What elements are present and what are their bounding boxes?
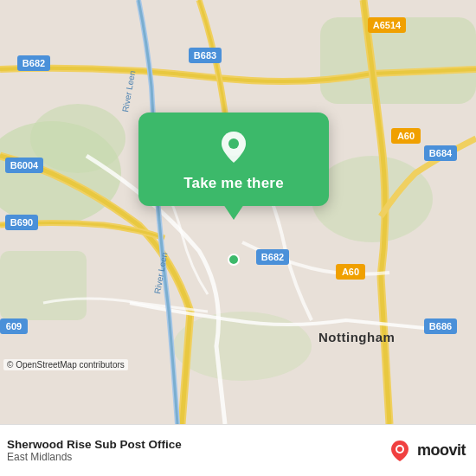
take-me-there-button[interactable]: Take me there — [183, 175, 284, 192]
svg-text:A6514: A6514 — [373, 20, 402, 30]
svg-point-36 — [397, 447, 402, 452]
osm-credit: © OpenStreetMap contributors — [3, 359, 128, 370]
svg-text:A60: A60 — [397, 131, 415, 141]
svg-text:B686: B686 — [429, 321, 452, 331]
svg-text:B682: B682 — [23, 58, 45, 68]
svg-point-4 — [312, 156, 433, 242]
moovit-pin-icon — [388, 439, 412, 463]
svg-text:Nottingham: Nottingham — [318, 330, 395, 344]
moovit-logo: moovit — [388, 439, 466, 463]
svg-point-2 — [30, 104, 125, 173]
svg-text:B690: B690 — [10, 217, 33, 228]
map-container: B682 B683 A6514 A60 A60 B684 B6004 B690 … — [0, 0, 476, 424]
svg-text:B6004: B6004 — [10, 160, 39, 170]
svg-text:B684: B684 — [429, 148, 453, 158]
svg-text:609: 609 — [6, 321, 22, 331]
svg-text:A60: A60 — [342, 267, 359, 277]
svg-point-32 — [228, 254, 239, 265]
location-name: Sherwood Rise Sub Post Office — [7, 438, 182, 451]
moovit-label: moovit — [417, 441, 466, 460]
footer-location-info: Sherwood Rise Sub Post Office East Midla… — [7, 438, 182, 463]
svg-rect-5 — [0, 251, 87, 320]
location-pin-icon — [215, 128, 253, 166]
popup-card: Take me there — [138, 113, 329, 206]
svg-text:B682: B682 — [261, 252, 284, 262]
svg-text:B683: B683 — [194, 50, 216, 61]
svg-point-34 — [228, 138, 239, 149]
footer-bar: Sherwood Rise Sub Post Office East Midla… — [0, 424, 476, 476]
location-region: East Midlands — [7, 451, 182, 463]
